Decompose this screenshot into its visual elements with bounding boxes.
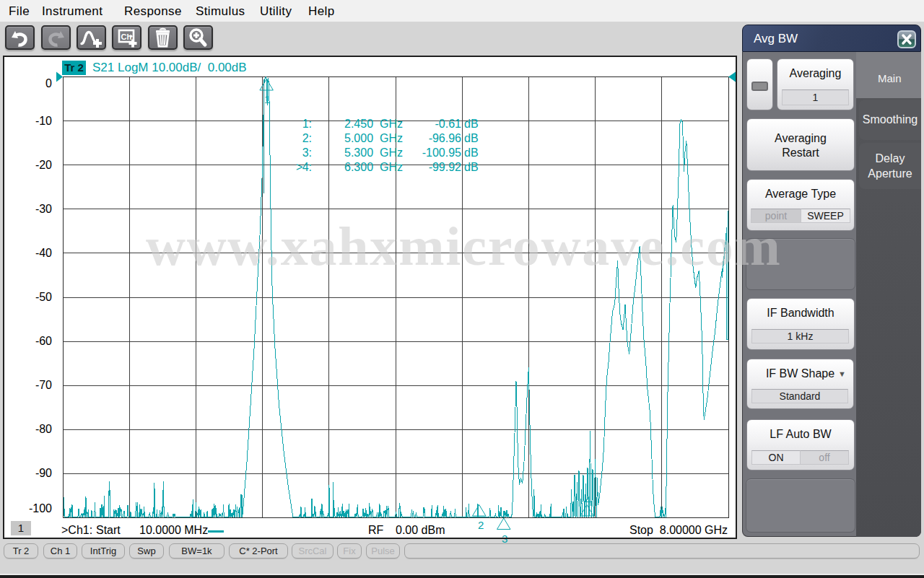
svg-text:Ch: Ch <box>121 32 132 41</box>
